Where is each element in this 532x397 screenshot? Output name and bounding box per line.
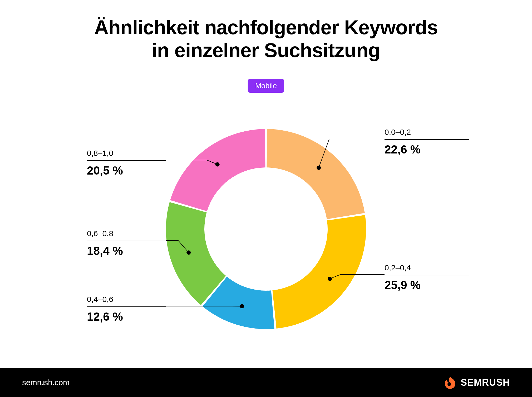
brand-logo: SEMRUSH [443, 376, 510, 389]
footer-bar: semrush.com SEMRUSH [0, 368, 532, 397]
leader-dot-2 [240, 304, 244, 308]
callout-3: 0,6–0,8 18,4 % [87, 229, 166, 257]
leader-dot-4 [215, 162, 220, 166]
callout-0: 0,0–0,2 22,6 % [385, 128, 469, 156]
callout-3-value: 18,4 % [87, 244, 166, 257]
callout-4-range: 0,8–1,0 [87, 149, 166, 160]
chart-title-line2: in einzelner Suchsitzung [152, 39, 380, 61]
callout-2-range: 0,4–0,6 [87, 295, 166, 306]
callout-1-range: 0,2–0,4 [385, 263, 469, 275]
footer-site: semrush.com [22, 378, 70, 387]
donut-slice-4 [170, 129, 265, 211]
chart-title: Ähnlichkeit nachfolgender Keywords in ei… [0, 16, 532, 62]
donut-slice-0 [267, 129, 365, 219]
callout-4-value: 20,5 % [87, 164, 166, 177]
callout-0-range: 0,0–0,2 [385, 128, 469, 139]
callout-rule [385, 275, 469, 275]
callout-rule [87, 306, 166, 307]
leader-dot-0 [317, 166, 321, 170]
callout-2-value: 12,6 % [87, 310, 166, 323]
svg-point-0 [447, 382, 451, 386]
chart-title-line1: Ähnlichkeit nachfolgender Keywords [94, 16, 438, 38]
leader-dot-3 [186, 250, 191, 255]
callout-1: 0,2–0,4 25,9 % [385, 263, 469, 292]
callout-rule [385, 139, 469, 140]
callout-rule [87, 160, 166, 161]
donut-slice-1 [272, 215, 366, 329]
donut-chart: 0,0–0,2 22,6 % 0,2–0,4 25,9 % 0,4–0,6 12… [0, 103, 532, 355]
series-badge: Mobile [248, 79, 284, 93]
callout-1-value: 25,9 % [385, 279, 469, 292]
leader-dot-1 [328, 277, 332, 281]
brand-name: SEMRUSH [461, 377, 510, 388]
callout-3-range: 0,6–0,8 [87, 229, 166, 241]
callout-0-value: 22,6 % [385, 143, 469, 156]
callout-2: 0,4–0,6 12,6 % [87, 295, 166, 323]
callout-4: 0,8–1,0 20,5 % [87, 149, 166, 177]
callout-rule [87, 241, 166, 241]
fire-icon [443, 376, 457, 389]
